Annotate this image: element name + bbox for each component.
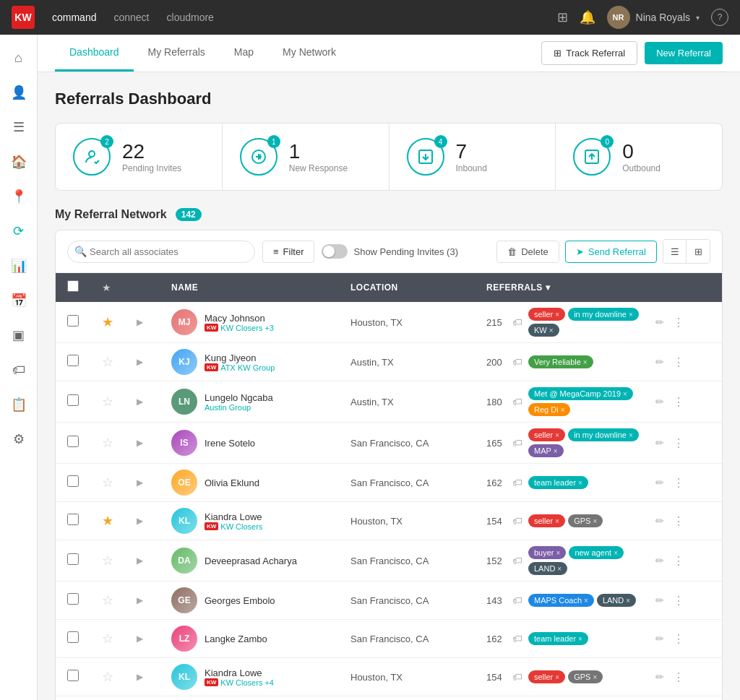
tab-my-referrals[interactable]: My Referrals — [134, 35, 220, 72]
tag-icon[interactable]: 🏷 — [512, 477, 522, 488]
edit-button[interactable]: ✏ — [653, 393, 667, 410]
tab-dashboard[interactable]: Dashboard — [55, 35, 134, 72]
row-star[interactable]: ★ — [102, 513, 131, 529]
row-expand[interactable]: ▶ — [137, 595, 165, 605]
more-button[interactable]: ⋮ — [670, 353, 687, 372]
more-button[interactable]: ⋮ — [670, 667, 687, 687]
tag-icon[interactable]: 🏷 — [512, 633, 522, 644]
row-checkbox[interactable] — [67, 436, 96, 450]
sidebar-icon-calendar[interactable]: 📅 — [4, 286, 33, 315]
row-star[interactable]: ☆ — [102, 394, 131, 410]
more-button[interactable]: ⋮ — [670, 313, 687, 332]
row-checkbox[interactable] — [67, 553, 96, 568]
edit-button[interactable]: ✏ — [653, 512, 667, 530]
row-star[interactable]: ★ — [102, 314, 131, 330]
th-referrals[interactable]: REFERRALS ▾ — [486, 282, 647, 293]
row-expand[interactable]: ▶ — [137, 516, 165, 526]
tag-icon[interactable]: 🏷 — [512, 396, 522, 407]
row-expand[interactable]: ▶ — [137, 672, 165, 682]
edit-button[interactable]: ✏ — [653, 474, 667, 491]
sidebar-icon-contacts[interactable]: 👤 — [4, 78, 33, 107]
sidebar-icon-location[interactable]: 📍 — [4, 182, 33, 211]
tag-icon[interactable]: 🏷 — [512, 356, 522, 368]
row-star[interactable]: ☆ — [102, 475, 131, 491]
row-expand[interactable]: ▶ — [137, 556, 165, 566]
row-expand[interactable]: ▶ — [137, 317, 165, 327]
tag-icon[interactable]: 🏷 — [512, 515, 522, 527]
sidebar-icon-home[interactable]: ⌂ — [4, 43, 33, 72]
tag-icon[interactable]: 🏷 — [512, 671, 522, 683]
edit-button[interactable]: ✏ — [653, 552, 667, 569]
row-expand[interactable]: ▶ — [137, 438, 165, 448]
edit-button[interactable]: ✏ — [653, 434, 667, 451]
more-button[interactable]: ⋮ — [670, 392, 687, 412]
more-button[interactable]: ⋮ — [670, 629, 687, 649]
row-star[interactable]: ☆ — [102, 631, 131, 647]
row-checkbox[interactable] — [67, 394, 96, 409]
tag-icon[interactable]: 🏷 — [512, 595, 522, 606]
toggle-switch[interactable] — [322, 244, 348, 259]
row-referrals-count: 200 — [486, 357, 507, 368]
row-star[interactable]: ☆ — [102, 435, 131, 451]
edit-button[interactable]: ✏ — [653, 592, 667, 609]
row-checkbox[interactable] — [67, 631, 96, 646]
row-checkbox[interactable] — [67, 355, 96, 369]
new-referral-button[interactable]: New Referral — [645, 42, 723, 64]
grid-icon: ⊞ — [554, 48, 562, 59]
edit-button[interactable]: ✏ — [653, 630, 667, 647]
delete-button[interactable]: 🗑 Delete — [496, 241, 559, 263]
row-star[interactable]: ☆ — [102, 669, 131, 685]
pending-toggle-wrap[interactable]: Show Pending Invites (3) — [322, 244, 458, 259]
sidebar-icon-reports[interactable]: 📋 — [4, 390, 33, 419]
calendar-icon[interactable]: ⊞ — [557, 9, 568, 25]
filter-button[interactable]: ≡ Filter — [262, 241, 314, 263]
more-button[interactable]: ⋮ — [670, 551, 687, 571]
tag-icon[interactable]: 🏷 — [512, 437, 522, 449]
row-expand[interactable]: ▶ — [137, 634, 165, 644]
send-referral-button[interactable]: ➤ Send Referral — [565, 241, 657, 263]
edit-button[interactable]: ✏ — [653, 353, 667, 371]
sidebar-icon-properties[interactable]: 🏠 — [4, 147, 33, 176]
help-icon[interactable]: ? — [711, 9, 728, 26]
more-button[interactable]: ⋮ — [670, 511, 687, 531]
tag-icon[interactable]: 🏷 — [512, 316, 522, 328]
grid-view-button[interactable]: ⊞ — [687, 240, 710, 263]
nav-connect[interactable]: connect — [113, 12, 149, 23]
logo[interactable]: KW — [12, 6, 35, 29]
sidebar-icon-layout[interactable]: ▣ — [4, 321, 33, 350]
tab-map[interactable]: Map — [220, 35, 268, 72]
row-checkbox[interactable] — [67, 670, 96, 684]
row-location: Houston, TX — [350, 672, 481, 683]
tag-icon[interactable]: 🏷 — [512, 555, 522, 566]
bell-icon[interactable]: 🔔 — [580, 9, 595, 25]
select-all-checkbox[interactable] — [67, 280, 96, 295]
list-view-button[interactable]: ☰ — [663, 240, 687, 263]
search-input[interactable] — [67, 241, 255, 263]
track-referral-button[interactable]: ⊞ Track Referral — [541, 41, 637, 65]
user-menu[interactable]: NR Nina Royals ▾ — [607, 6, 700, 29]
row-actions: ✏ ⋮ — [653, 551, 710, 571]
nav-cloudmore[interactable]: cloudmore — [167, 12, 214, 23]
more-button[interactable]: ⋮ — [670, 591, 687, 610]
edit-button[interactable]: ✏ — [653, 668, 667, 686]
more-button[interactable]: ⋮ — [670, 473, 687, 493]
sidebar-icon-network[interactable]: ⟳ — [4, 217, 33, 246]
row-star[interactable]: ☆ — [102, 553, 131, 569]
sidebar-icon-analytics[interactable]: 📊 — [4, 251, 33, 280]
row-expand[interactable]: ▶ — [137, 478, 165, 488]
edit-button[interactable]: ✏ — [653, 314, 667, 331]
row-star[interactable]: ☆ — [102, 354, 131, 370]
tab-my-network[interactable]: My Network — [268, 35, 350, 72]
row-expand[interactable]: ▶ — [137, 397, 165, 407]
row-checkbox[interactable] — [67, 593, 96, 608]
row-expand[interactable]: ▶ — [137, 357, 165, 367]
sidebar-icon-shop[interactable]: 🏷 — [4, 355, 33, 384]
nav-command[interactable]: command — [52, 12, 96, 23]
sidebar-icon-settings[interactable]: ⚙ — [4, 425, 33, 454]
row-checkbox[interactable] — [67, 315, 96, 329]
row-checkbox[interactable] — [67, 475, 96, 490]
row-checkbox[interactable] — [67, 514, 96, 528]
row-star[interactable]: ☆ — [102, 592, 131, 608]
more-button[interactable]: ⋮ — [670, 433, 687, 453]
sidebar-icon-list[interactable]: ☰ — [4, 113, 33, 142]
